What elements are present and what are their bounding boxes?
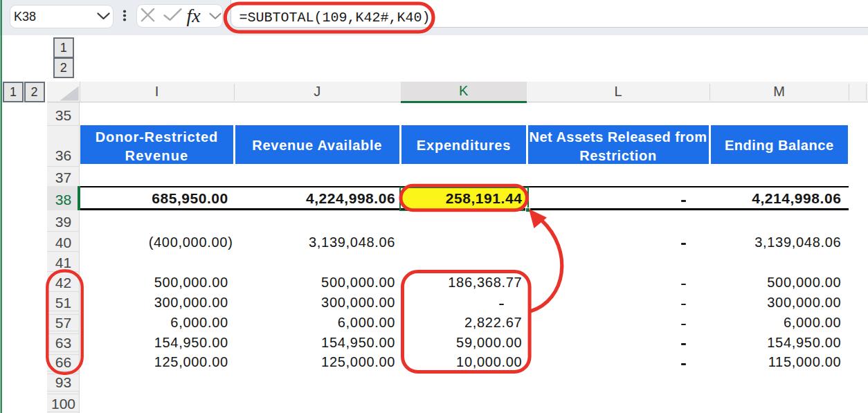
svg-text:fx: fx	[187, 5, 201, 26]
